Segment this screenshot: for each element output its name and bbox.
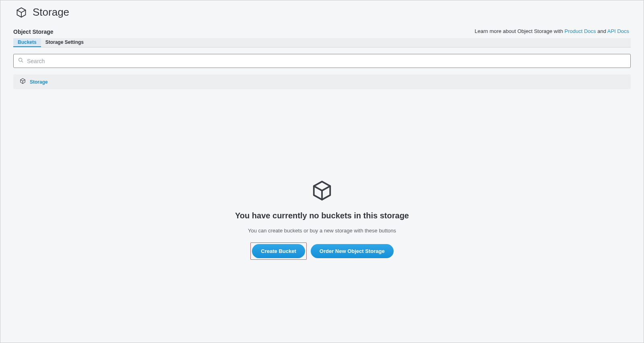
section-title: Object Storage	[13, 29, 54, 35]
tab-buckets[interactable]: Buckets	[13, 38, 41, 47]
empty-heading: You have currently no buckets in this st…	[235, 211, 409, 220]
highlight-annotation: Create Bucket	[250, 242, 306, 260]
page-header: Storage	[0, 0, 644, 23]
search-input[interactable]	[27, 58, 626, 64]
search-icon	[18, 57, 24, 65]
breadcrumb-root-link[interactable]: Storage	[30, 79, 48, 85]
breadcrumb-bar: Storage	[13, 74, 631, 89]
empty-state: You have currently no buckets in this st…	[0, 89, 644, 343]
api-docs-link[interactable]: API Docs	[607, 28, 629, 34]
search-wrap	[13, 54, 631, 68]
subheader-row: Object Storage Learn more about Object S…	[0, 23, 644, 35]
tab-storage-settings[interactable]: Storage Settings	[41, 38, 88, 47]
learn-more-prefix: Learn more about Object Storage with	[475, 28, 564, 34]
search-box[interactable]	[13, 54, 631, 68]
tabs-bar: Buckets Storage Settings	[13, 38, 631, 47]
storage-icon	[16, 7, 27, 18]
storage-icon	[20, 78, 26, 86]
empty-actions: Create Bucket Order New Object Storage	[250, 242, 393, 260]
empty-hint: You can create buckets or buy a new stor…	[248, 228, 396, 234]
storage-icon	[311, 180, 333, 203]
order-storage-button[interactable]: Order New Object Storage	[311, 244, 394, 258]
product-docs-link[interactable]: Product Docs	[565, 28, 596, 34]
learn-more-and: and	[596, 28, 607, 34]
learn-more-text: Learn more about Object Storage with Pro…	[475, 28, 631, 35]
svg-line-1	[22, 61, 23, 62]
page-title: Storage	[33, 6, 69, 18]
create-bucket-button[interactable]: Create Bucket	[252, 244, 305, 258]
